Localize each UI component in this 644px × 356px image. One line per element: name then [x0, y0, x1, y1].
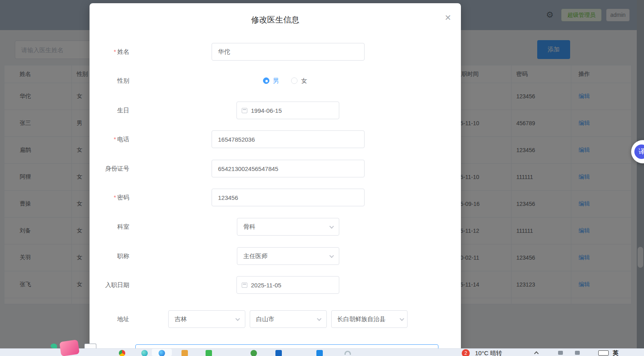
amber-app-icon[interactable] [181, 350, 188, 356]
birthday-date-picker[interactable]: 1994-06-15 [236, 102, 339, 119]
hire-date-label: 入职日期 [90, 281, 129, 289]
chevron-down-icon [329, 224, 334, 228]
radio-female[interactable]: 女 [291, 77, 307, 85]
notification-badge[interactable]: 2 [462, 349, 470, 356]
required-mark: * [114, 48, 116, 55]
district-select[interactable]: 长白朝鲜族自治县 [331, 310, 408, 328]
translate-icon: 译 [634, 144, 644, 159]
address-label: 地址 [90, 315, 129, 323]
calendar-icon [242, 283, 247, 288]
radio-male[interactable]: 男 [263, 77, 279, 85]
edge-icon[interactable] [159, 350, 165, 356]
close-icon[interactable]: ✕ [444, 14, 451, 22]
phone-field[interactable] [212, 130, 365, 148]
modal-title: 修改医生信息 [90, 14, 461, 25]
department-label: 科室 [90, 223, 129, 231]
edit-doctor-modal: 修改医生信息 ✕ *姓名 性别 男 女 生日 1994-06-15 [90, 3, 461, 356]
window-preview-icon[interactable] [84, 344, 96, 348]
job-title-label: 职称 [90, 252, 129, 260]
gender-radio-group: 男 女 [263, 72, 307, 90]
teal-app-icon[interactable] [141, 350, 148, 356]
screen: ⚙ 超级管理员 admin 添加 姓名 性别 入职时间 密码 操作 华佗 女 1… [0, 0, 644, 356]
name-label: *姓名 [90, 48, 129, 56]
sprout-icon[interactable] [51, 344, 57, 348]
job-title-select[interactable]: 主任医师 [237, 247, 339, 265]
green-app-icon[interactable] [206, 350, 212, 356]
id-number-label: 身份证号 [90, 165, 129, 173]
tray-panel-icon[interactable] [598, 350, 609, 356]
chevron-down-icon [329, 253, 334, 258]
tray-icon[interactable] [558, 351, 563, 355]
radio-unchecked-icon [291, 77, 298, 84]
city-select[interactable]: 白山市 [250, 310, 327, 328]
gender-label: 性别 [90, 77, 129, 85]
password-field[interactable] [212, 189, 365, 206]
pink-app-icon[interactable] [59, 340, 80, 356]
green-circle-app-icon[interactable] [251, 350, 257, 356]
blue-app-icon[interactable] [275, 350, 282, 356]
hire-date-picker[interactable]: 2025-11-05 [236, 276, 339, 294]
tray-icon[interactable] [575, 351, 580, 355]
province-select[interactable]: 吉林 [168, 310, 245, 328]
browser-icon[interactable] [119, 350, 125, 356]
radio-checked-icon [263, 77, 269, 84]
phone-label: *电话 [90, 135, 129, 143]
chevron-down-icon [235, 316, 240, 321]
id-number-field[interactable] [212, 160, 365, 177]
birthday-label: 生日 [90, 106, 129, 114]
name-field[interactable] [212, 43, 365, 61]
chevron-down-icon [399, 316, 404, 321]
weather-widget[interactable]: 10°C 晴转 [475, 350, 502, 356]
ime-indicator[interactable]: 英 [613, 350, 618, 356]
gray-app-icon[interactable] [344, 351, 351, 355]
password-label: *密码 [90, 193, 129, 201]
blue-app-icon-2[interactable] [316, 350, 323, 356]
chevron-down-icon [317, 316, 321, 321]
department-select[interactable]: 骨科 [237, 218, 339, 236]
calendar-icon [242, 108, 247, 113]
